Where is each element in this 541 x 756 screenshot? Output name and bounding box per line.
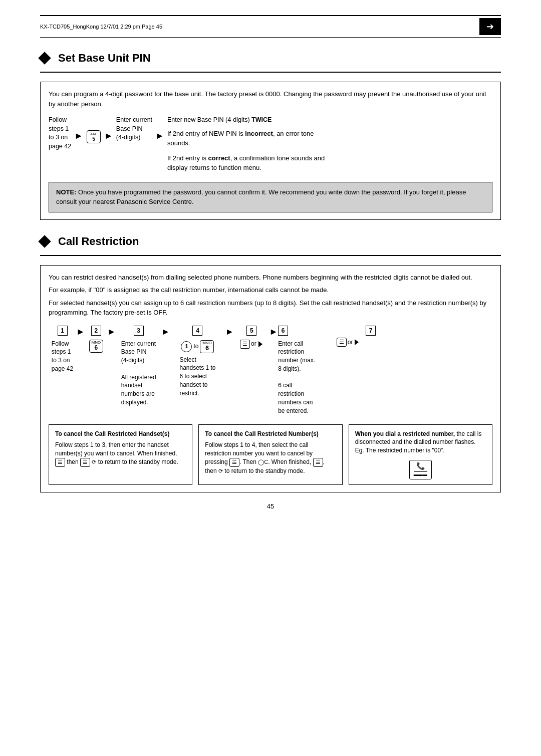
cancel-handset-text: Follow steps 1 to 3, then enter the hand… (55, 441, 186, 467)
set-base-pin-box: You can program a 4-digit password for t… (40, 82, 501, 220)
header-text: KX-TCD705_HongKong 12/7/01 2:29 pm Page … (40, 24, 479, 30)
step2-col: 2 MNO 6 (85, 326, 107, 353)
step6-text: Enter callrestrictionnumber (max.8 digit… (278, 340, 315, 415)
step-num-1: 1 (58, 326, 68, 336)
diamond-icon (38, 52, 51, 64)
arrow-1-2: ► (76, 326, 85, 337)
set-base-pin-desc1: You can program a 4-digit password for t… (49, 89, 492, 109)
call-restriction-desc1: You can restrict desired handset(s) from… (49, 273, 492, 283)
step4-text: Selecthandsets 1 to6 to selecthandset to… (179, 356, 215, 398)
step6-col: 6 Enter callrestrictionnumber (max.8 dig… (278, 326, 333, 415)
jal5-key: JAL 5 (87, 130, 101, 143)
set-pin-note-box: NOTE: Once you have programmed the passw… (49, 182, 492, 212)
flow-arrow-3: ► (155, 116, 164, 141)
flow-arrow-1: ► (74, 116, 83, 141)
key-1: 1 (181, 341, 192, 352)
flow-step-enter-pin: Enter current Base PIN (4-digits) (116, 116, 152, 142)
restricted-number-text: When you dial a restricted number, the c… (355, 430, 486, 455)
tri-right-1 (258, 341, 262, 347)
arrow-2-3: ► (107, 326, 116, 337)
arrow-3-4: ► (161, 326, 170, 337)
jal5-key-wrapper: JAL 5 (86, 116, 101, 144)
step1-col: 1 Follow steps 1 to 3 on page 42 (49, 326, 76, 373)
phone-display-icon: 📞 ▬▬▬ (409, 460, 432, 479)
step7-col: 7 (363, 326, 378, 338)
return-icon-2: ⟳ (218, 468, 223, 474)
arrow-4-5: ► (225, 326, 234, 337)
call-restriction-steps: 1 Follow steps 1 to 3 on page 42 ► 2 MNO… (49, 326, 492, 415)
menu-icon-6: ☰ (313, 458, 323, 467)
step-num-2: 2 (91, 326, 101, 336)
section-divider-2 (40, 255, 501, 256)
diamond-icon-2 (38, 235, 51, 247)
menu-icon-1: ☰ (240, 340, 250, 349)
step5-controls: ☰ or (240, 340, 263, 349)
arrow-5-6: ► (269, 326, 278, 337)
cancel-number-title: To cancel the Call Restricted Number(s) (205, 430, 336, 438)
step-num-3: 3 (134, 326, 144, 336)
page: KX-TCD705_HongKong 12/7/01 2:29 pm Page … (0, 0, 541, 756)
flow-step-new-pin: Enter new Base PIN (4-digits) TWICE If 2… (167, 116, 328, 176)
call-restriction-box: You can restrict desired handset(s) from… (40, 265, 501, 492)
menu-icon-5: ☰ (229, 458, 239, 467)
cancel-number-text: Follow steps 1 to 4, then select the cal… (205, 441, 336, 475)
step3-col: 3 Enter currentBase PIN(4-digits)All reg… (116, 326, 161, 407)
menu-icon-3: ☰ (55, 458, 65, 467)
bottom-boxes: To cancel the Call Restricted Handset(s)… (49, 424, 492, 485)
mno6-key: MNO 6 (89, 340, 103, 353)
step-num-5: 5 (246, 326, 256, 336)
set-base-pin-title: Set Base Unit PIN (40, 52, 501, 65)
step3-text: Enter currentBase PIN(4-digits)All regis… (121, 340, 156, 407)
step5-col: 5 ☰ or (234, 326, 269, 349)
cancel-handset-box: To cancel the Call Restricted Handset(s)… (49, 424, 192, 485)
menu-icon-2: ☰ (337, 338, 347, 347)
step-num-7: 7 (366, 326, 376, 336)
step6-controls: ☰ or (333, 326, 363, 347)
restricted-number-box: When you dial a restricted number, the c… (349, 424, 492, 485)
mno6-key-2: MNO 6 (200, 340, 214, 353)
c-icon: ◯C (258, 459, 268, 465)
flow-step-follow: Follow steps 1 to 3 on page 42 (49, 116, 71, 151)
return-icon: ⟳ (92, 459, 96, 465)
step-num-4: 4 (192, 326, 202, 336)
step1-text: Follow steps 1 to 3 on page 42 (52, 340, 73, 373)
step4-controls: 1 to MNO 6 (180, 340, 214, 354)
section-divider (40, 72, 501, 73)
step4-col: 4 1 to MNO 6 Selecthandsets 1 to6 to sel… (170, 326, 225, 398)
flow-arrow-2: ► (104, 116, 113, 141)
page-number: 45 (40, 502, 501, 510)
header-arrow: ➔ (479, 18, 501, 35)
call-restriction-desc3: For selected handset(s) you can assign u… (49, 298, 492, 318)
call-restriction-desc2: For example, if "00" is assigned as the … (49, 285, 492, 295)
step-num-6: 6 (278, 326, 288, 336)
cancel-number-box: To cancel the Call Restricted Number(s) … (198, 424, 342, 485)
cancel-handset-title: To cancel the Call Restricted Handset(s) (55, 430, 186, 438)
call-restriction-title: Call Restriction (40, 235, 501, 248)
set-pin-flow: Follow steps 1 to 3 on page 42 ► JAL 5 ►… (49, 116, 492, 176)
menu-icon-4: ☰ (80, 458, 90, 467)
tri-right-2 (355, 339, 359, 345)
header-bar: KX-TCD705_HongKong 12/7/01 2:29 pm Page … (40, 15, 501, 38)
phone-icon-wrapper: 📞 ▬▬▬ (355, 460, 486, 479)
